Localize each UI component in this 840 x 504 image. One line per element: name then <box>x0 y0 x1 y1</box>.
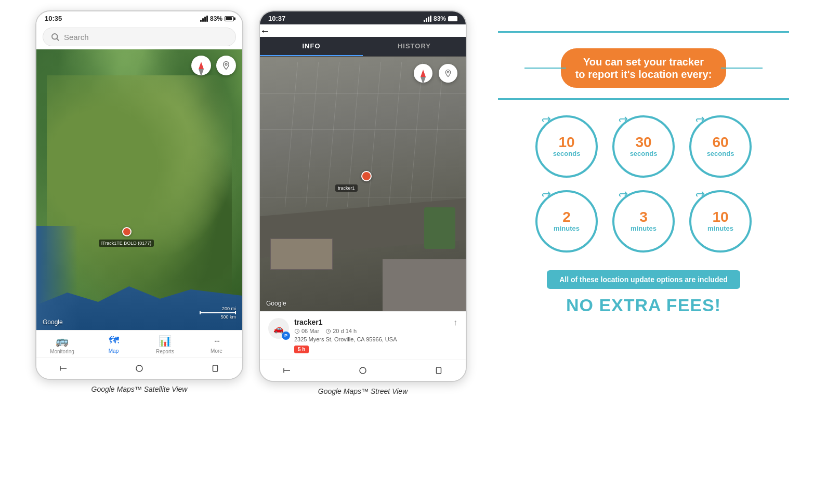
nav-reports[interactable]: 📊 Reports <box>139 330 191 357</box>
phone1-status-bar: 10:35 83% <box>36 11 242 24</box>
reports-icon: 📊 <box>159 335 172 347</box>
circle-10m: ↩ 10 minutes <box>689 190 752 253</box>
timer-icon <box>325 328 331 334</box>
water-area2 <box>36 226 78 330</box>
phone2-battery-pct: 83% <box>434 15 446 22</box>
circle-60s-unit: seconds <box>707 150 734 158</box>
more-icon: ··· <box>214 335 219 347</box>
scale-text-mi: 200 mi <box>222 306 236 311</box>
building2 <box>383 259 466 311</box>
svg-point-4 <box>136 365 142 372</box>
phone2-back-gesture[interactable] <box>281 364 293 377</box>
phone2-recents-gesture[interactable] <box>432 364 445 377</box>
monitoring-icon: 🚌 <box>56 335 69 347</box>
more-options-button[interactable]: ⋮ <box>309 25 319 36</box>
signal-icon <box>200 16 208 22</box>
compass-needle-icon <box>199 62 204 69</box>
circles-row-1: ↩ 10 seconds ↩ 30 seconds ↩ 60 seconds <box>535 115 752 178</box>
home-gesture-button[interactable] <box>133 362 146 375</box>
home-circle-icon <box>135 364 144 373</box>
tracker-avatar: 🚗 P <box>268 318 289 339</box>
back-button[interactable]: ← <box>260 25 270 36</box>
svg-line-1 <box>57 38 58 40</box>
circle-10m-unit: minutes <box>707 224 733 233</box>
green-area <box>424 207 455 249</box>
car-marker <box>122 227 132 236</box>
phone1-time: 10:35 <box>45 15 62 22</box>
tracker-info-header: 🚗 P tracker1 06 Mar 20 d 14 h <box>268 318 457 353</box>
banner-line1: You can set your tracker <box>575 56 712 68</box>
svg-rect-5 <box>213 365 218 372</box>
tracker-duration-item: 20 d 14 h <box>325 328 357 334</box>
phone2-map: tracker1 Google <box>260 57 466 311</box>
circle-60s-number: 60 <box>712 135 728 150</box>
scale-text-km: 500 km <box>220 314 236 320</box>
phone2-status-bar: 10:37 83% <box>260 11 466 24</box>
tabs-bar: INFO HISTORY <box>260 37 466 57</box>
compass-needle2-icon <box>421 70 426 77</box>
location-icon <box>221 61 231 70</box>
nav-more[interactable]: ··· More <box>191 330 242 357</box>
circle-30s-number: 30 <box>635 135 651 150</box>
search-icon <box>50 32 60 42</box>
circle-30s-unit: seconds <box>630 150 658 158</box>
tracker-label: iTrack1TE BOLD (0177) <box>99 240 154 247</box>
phone2-home-gesture[interactable] <box>357 364 369 377</box>
circle-2m: ↩ 2 minutes <box>535 190 598 253</box>
car-marker2 <box>361 171 372 181</box>
nav-reports-label: Reports <box>156 349 174 354</box>
recents-icon <box>211 364 220 373</box>
phone1-map: iTrack1TE BOLD (0177) Google 200 mi 500 … <box>36 49 242 330</box>
search-input[interactable]: Search <box>64 33 89 42</box>
bottom-teal-line <box>498 98 789 100</box>
compass-button[interactable] <box>191 56 211 75</box>
location-button[interactable] <box>216 56 236 75</box>
svg-point-2 <box>225 63 227 65</box>
tracker-date-item: 06 Mar <box>294 328 319 334</box>
parking-badge: P <box>282 331 290 340</box>
tracker-address: 2325 Myers St, Oroville, CA 95966, USA <box>294 336 448 342</box>
circle-30s: ↩ 30 seconds <box>612 115 675 178</box>
recents-gesture-button[interactable] <box>209 362 221 375</box>
phone2-status-right: 83% <box>424 15 457 22</box>
back-gesture-button[interactable] <box>57 362 70 375</box>
expand-button[interactable]: ↑ <box>453 318 457 327</box>
phone2-home-circle-icon <box>358 366 368 375</box>
circle-10s-number: 10 <box>558 135 574 150</box>
svg-rect-11 <box>437 367 441 374</box>
tracker-duration: 20 d 14 h <box>333 328 357 334</box>
phone2-app-header: ← tracker1 ⋮ <box>260 24 466 37</box>
scale-bar: 200 mi 500 km <box>200 306 236 320</box>
satellite-view <box>36 49 242 330</box>
phone2-signal-icon <box>424 16 431 22</box>
phone2-mockup: 10:37 83% ← tracker1 ⋮ <box>259 10 467 382</box>
infographic-panel: You can set your tracker to report it's … <box>482 10 805 426</box>
location-button2[interactable] <box>439 64 457 83</box>
top-teal-line <box>498 31 789 33</box>
phone1-status-right: 83% <box>200 15 234 22</box>
tracker-date: 06 Mar <box>301 328 319 334</box>
google-logo2: Google <box>266 300 286 307</box>
search-bar[interactable]: Search <box>43 28 236 46</box>
phone2-caption: Google Maps™ Street View <box>318 387 408 395</box>
map-icon: 🗺 <box>109 335 119 347</box>
battery-icon <box>225 16 234 21</box>
phone1-caption: Google Maps™ Satellite View <box>91 385 188 393</box>
compass-button2[interactable] <box>414 64 432 83</box>
scale-line <box>200 312 236 313</box>
nav-monitoring[interactable]: 🚌 Monitoring <box>36 330 88 357</box>
time-badge: 5 h <box>294 346 309 353</box>
circle-10s: ↩ 10 seconds <box>535 115 598 178</box>
svg-point-6 <box>447 71 449 73</box>
tab-history[interactable]: HISTORY <box>363 37 466 56</box>
circle-3m: ↩ 3 minutes <box>612 190 675 253</box>
phone1-searchbar-container[interactable]: Search <box>36 24 242 49</box>
nav-map[interactable]: 🗺 Map <box>88 330 139 357</box>
circle-2m-number: 2 <box>562 210 571 224</box>
tab-info[interactable]: INFO <box>260 37 363 56</box>
phone2-title: tracker1 <box>272 26 306 36</box>
circle-10m-number: 10 <box>712 210 728 224</box>
phone1-wrapper: 10:35 83% Search <box>35 10 243 393</box>
circle-2m-unit: minutes <box>554 224 580 233</box>
location-icon2 <box>444 69 452 77</box>
